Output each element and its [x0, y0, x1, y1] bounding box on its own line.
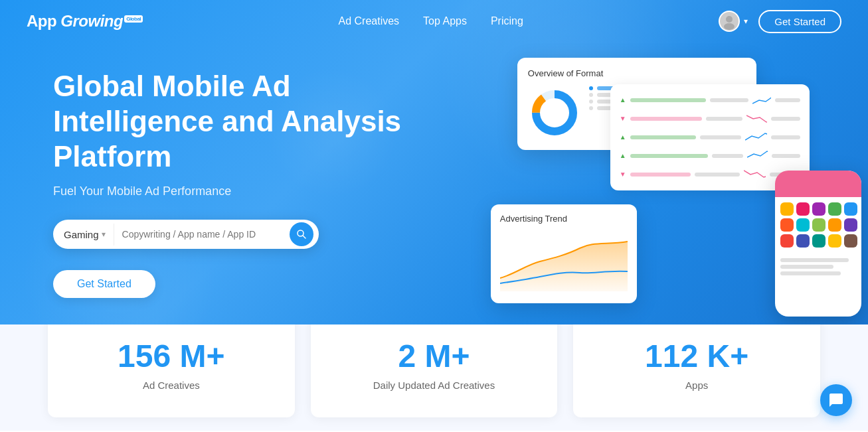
- table-row-5: ▼: [620, 168, 800, 181]
- sparkline-2: [746, 112, 768, 125]
- arrow-up-icon-3: ▲: [620, 152, 626, 159]
- app-icon-3: [812, 202, 825, 216]
- nav-links: Ad Creatives Top Apps Pricing: [339, 15, 523, 27]
- table-row-4: ▲: [620, 149, 800, 163]
- phone-text-3: [780, 271, 841, 275]
- search-input[interactable]: [114, 224, 290, 245]
- svg-line-3: [303, 236, 305, 238]
- nav-right: ▾ Get Started: [719, 10, 841, 33]
- app-icon-11: [780, 234, 794, 248]
- app-icon-12: [796, 234, 810, 248]
- sparkline-5: [744, 168, 766, 181]
- phone-footer: [775, 253, 861, 283]
- advertising-trend-card: Advertising Trend: [491, 204, 637, 303]
- trend-chart: [500, 232, 628, 294]
- avatar-chevron-icon: ▾: [744, 17, 748, 26]
- stat-label-ad-creatives: Ad Creatives: [69, 380, 274, 391]
- app-icon-13: [812, 234, 825, 248]
- search-button[interactable]: [290, 222, 313, 246]
- stat-card-apps: 112 K+ Apps: [573, 311, 820, 417]
- arrow-down-icon-2: ▼: [620, 171, 626, 178]
- phone-text-2: [780, 265, 833, 269]
- app-icon-10: [844, 218, 857, 232]
- hero-title: Global Mobile Ad Intelligence and Analys…: [53, 69, 438, 174]
- search-category-dropdown[interactable]: Gaming ▾: [56, 224, 114, 246]
- hero-right: Overview of Format: [477, 44, 868, 323]
- app-icon-1: [780, 202, 794, 216]
- stat-label-apps: Apps: [594, 380, 799, 391]
- stat-card-ad-creatives: 156 M+ Ad Creatives: [48, 311, 295, 417]
- table-row-3: ▲: [620, 131, 800, 144]
- phone-mockup: [775, 171, 861, 317]
- table-row-1: ▲: [620, 94, 800, 107]
- app-icon-7: [796, 218, 810, 232]
- navbar: App GrowingGlobal Ad Creatives Top Apps …: [0, 0, 868, 42]
- hero-left: Global Mobile Ad Intelligence and Analys…: [0, 42, 477, 324]
- svg-point-1: [724, 23, 735, 30]
- sparkline-4: [747, 149, 768, 163]
- app-icon-9: [828, 218, 841, 232]
- app-icon-14: [828, 234, 841, 248]
- arrow-up-icon-2: ▲: [620, 133, 626, 141]
- table-row-2: ▼: [620, 112, 800, 125]
- app-icon-2: [796, 202, 810, 216]
- avatar-image: [720, 12, 738, 31]
- stat-number-apps: 112 K+: [594, 338, 799, 374]
- stat-number-daily: 2 M+: [332, 338, 537, 374]
- phone-app-grid: [775, 197, 861, 253]
- nav-top-apps[interactable]: Top Apps: [423, 15, 467, 27]
- category-chevron-icon: ▾: [102, 230, 106, 239]
- stat-number-ad-creatives: 156 M+: [69, 338, 274, 374]
- app-icon-4: [828, 202, 841, 216]
- sparkline-1: [752, 94, 771, 107]
- stat-label-daily: Daily Updated Ad Creatives: [332, 380, 537, 391]
- arrow-down-icon-1: ▼: [620, 115, 626, 122]
- logo[interactable]: App GrowingGlobal: [27, 12, 143, 31]
- stat-card-daily-creatives: 2 M+ Daily Updated Ad Creatives: [311, 311, 558, 417]
- app-icon-6: [780, 218, 794, 232]
- trend-card-title: Advertising Trend: [500, 214, 628, 224]
- phone-text-1: [780, 258, 849, 262]
- svg-point-0: [726, 16, 733, 23]
- nav-get-started-button[interactable]: Get Started: [758, 10, 841, 33]
- arrow-up-icon-1: ▲: [620, 96, 626, 104]
- hero-subtitle: Fuel Your Mobile Ad Performance: [53, 184, 438, 198]
- sparkline-3: [745, 131, 767, 144]
- table-content: ▲ ▼ ▲: [620, 94, 800, 181]
- app-icon-15: [844, 234, 857, 248]
- nav-pricing[interactable]: Pricing: [491, 15, 523, 27]
- avatar[interactable]: [719, 11, 740, 32]
- search-bar: Gaming ▾: [53, 220, 319, 249]
- hero-get-started-button[interactable]: Get Started: [53, 270, 155, 298]
- stats-section: 156 M+ Ad Creatives 2 M+ Daily Updated A…: [0, 324, 868, 431]
- chat-bubble-button[interactable]: [820, 384, 852, 416]
- phone-header: [775, 171, 861, 197]
- app-icon-5: [844, 202, 857, 216]
- app-icon-8: [812, 218, 825, 232]
- category-label: Gaming: [64, 229, 99, 240]
- chat-icon: [828, 392, 844, 408]
- overview-card-title: Overview of Format: [528, 68, 746, 78]
- donut-chart: [528, 86, 581, 139]
- logo-text: App GrowingGlobal: [27, 12, 143, 31]
- nav-ad-creatives[interactable]: Ad Creatives: [339, 15, 400, 27]
- hero-section: Global Mobile Ad Intelligence and Analys…: [0, 0, 868, 324]
